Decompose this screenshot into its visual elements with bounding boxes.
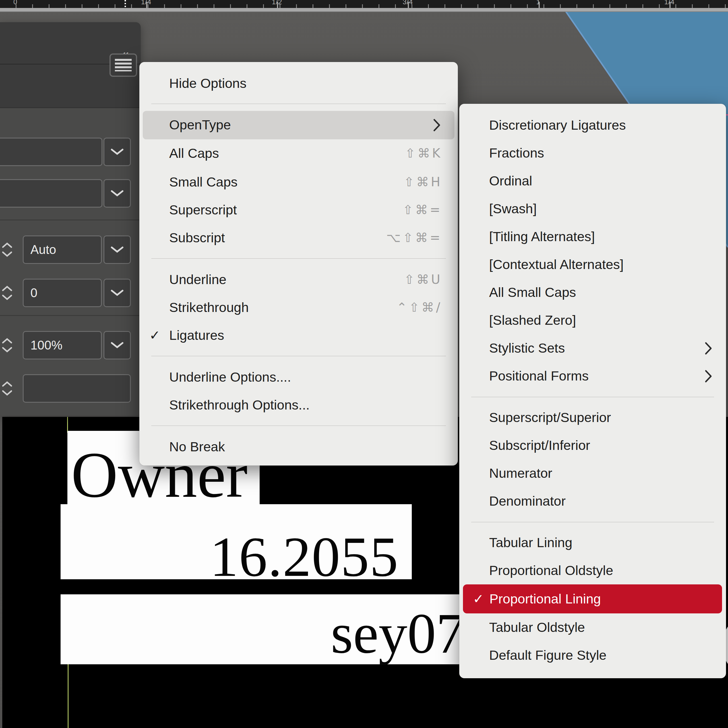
submenu-arrow-icon — [704, 370, 712, 383]
ruler-label: 1 — [536, 0, 540, 6]
chevron-down-icon — [111, 246, 124, 253]
menu-item-strikethrough[interactable]: Strikethrough ⌃⇧⌘/ — [139, 294, 458, 321]
submenu-item-proportional-lining[interactable]: ✓ Proportional Lining — [463, 584, 722, 613]
chevron-up-icon — [2, 285, 12, 292]
submenu-item-positional-forms[interactable]: Positional Forms — [459, 362, 726, 390]
submenu-item-discretionary-ligatures[interactable]: Discretionary Ligatures — [459, 111, 726, 139]
scale-field[interactable]: 100% — [23, 331, 102, 359]
font-family-dropdown-button[interactable] — [104, 138, 131, 166]
chevron-up-icon — [2, 381, 12, 387]
ruler-label: 0 — [13, 0, 17, 6]
font-style-row — [0, 179, 141, 208]
leading-field[interactable]: Auto — [23, 236, 102, 264]
hamburger-menu-icon — [115, 59, 132, 71]
menu-item-underline[interactable]: Underline ⇧⌘U — [139, 266, 458, 294]
checkmark-icon: ✓ — [149, 321, 161, 349]
panel-menu-button[interactable] — [110, 54, 137, 77]
checkmark-icon: ✓ — [473, 584, 484, 613]
submenu-item-superscript-superior[interactable]: Superscript/Superior — [459, 404, 726, 431]
ruler-label: 1/2 — [272, 0, 282, 6]
submenu-item-tabular-lining[interactable]: Tabular Lining — [459, 529, 726, 557]
app-screen: Owner 16.2055 sey07 0 1/4 1/2 3/4 1 1/4 … — [0, 0, 728, 728]
scale-row: 100% — [0, 331, 141, 359]
submenu-item-all-small-caps[interactable]: All Small Caps — [459, 278, 726, 306]
menu-divider — [471, 397, 714, 397]
chevron-down-icon — [2, 347, 12, 353]
extra-field[interactable] — [23, 374, 131, 403]
menu-item-small-caps[interactable]: Small Caps ⇧⌘H — [139, 168, 458, 196]
ruler-major-ticks — [0, 2, 728, 8]
leading-row: Auto — [0, 236, 141, 264]
leading-dropdown-button[interactable] — [104, 236, 131, 264]
font-style-dropdown-button[interactable] — [104, 179, 131, 208]
character-panel: « Auto — [0, 22, 141, 416]
panel-flyout-menu: Hide Options OpenType All Caps ⇧⌘K Small… — [139, 62, 458, 465]
chevron-down-icon — [2, 294, 12, 301]
chevron-down-icon — [111, 289, 124, 297]
submenu-item-fractions[interactable]: Fractions — [459, 139, 726, 167]
extra-stepper[interactable] — [1, 374, 14, 403]
submenu-item-tabular-oldstyle[interactable]: Tabular Oldstyle — [459, 613, 726, 641]
kerning-row: 0 — [0, 279, 141, 307]
scale-value: 100% — [31, 338, 63, 352]
document-text-code: sey07 — [331, 604, 465, 662]
chevron-down-icon — [2, 390, 12, 396]
submenu-arrow-icon — [704, 342, 712, 355]
leading-value: Auto — [31, 243, 56, 257]
ruler-label: 3/4 — [403, 0, 413, 6]
menu-divider — [471, 522, 714, 522]
menu-divider — [151, 104, 446, 104]
leading-stepper[interactable] — [1, 236, 14, 264]
submenu-item-ordinal[interactable]: Ordinal — [459, 167, 726, 195]
scale-dropdown-button[interactable] — [104, 331, 131, 359]
kerning-value: 0 — [31, 286, 37, 300]
chevron-down-icon — [111, 341, 124, 349]
submenu-item-subscript-inferior[interactable]: Subscript/Inferior — [459, 431, 726, 459]
submenu-item-titling-alternates[interactable]: [Titling Alternates] — [459, 223, 726, 251]
kerning-field[interactable]: 0 — [23, 279, 102, 307]
horizontal-ruler: 0 1/4 1/2 3/4 1 1/4 — [0, 0, 728, 8]
ruler-label: 1/4 — [664, 0, 674, 6]
scale-stepper[interactable] — [1, 331, 14, 359]
ruler-position-indicator — [125, 0, 126, 8]
chevron-down-icon — [111, 190, 124, 197]
menu-item-no-break[interactable]: No Break — [139, 433, 458, 461]
kerning-dropdown-button[interactable] — [104, 279, 131, 307]
kerning-stepper[interactable] — [1, 279, 14, 307]
opentype-submenu: Discretionary Ligatures Fractions Ordina… — [459, 104, 726, 678]
submenu-item-swash[interactable]: [Swash] — [459, 195, 726, 223]
chevron-up-icon — [2, 338, 12, 344]
menu-item-subscript[interactable]: Subscript ⌥⇧⌘= — [139, 224, 458, 252]
green-guide-line — [68, 663, 69, 728]
submenu-item-stylistic-sets[interactable]: Stylistic Sets — [459, 334, 726, 362]
green-guide-line — [67, 417, 68, 433]
menu-divider — [151, 356, 446, 356]
submenu-item-proportional-oldstyle[interactable]: Proportional Oldstyle — [459, 557, 726, 584]
panel-divider — [0, 315, 141, 316]
menu-divider — [151, 258, 446, 259]
ruler-edge-strip — [0, 8, 728, 12]
menu-item-strikethrough-options[interactable]: Strikethrough Options... — [139, 391, 458, 419]
submenu-item-default-figure-style[interactable]: Default Figure Style — [459, 641, 726, 669]
font-family-field[interactable] — [0, 138, 102, 166]
font-family-row — [0, 138, 141, 166]
font-style-field[interactable] — [0, 179, 102, 208]
submenu-item-slashed-zero[interactable]: [Slashed Zero] — [459, 306, 726, 334]
menu-item-superscript[interactable]: Superscript ⇧⌘= — [139, 196, 458, 224]
ruler-label: 1/4 — [141, 0, 151, 6]
panel-divider — [0, 220, 141, 220]
chevron-down-icon — [111, 148, 124, 156]
document-text-number: 16.2055 — [210, 528, 399, 585]
submenu-item-denominator[interactable]: Denominator — [459, 487, 726, 515]
menu-item-opentype[interactable]: OpenType — [143, 111, 454, 139]
submenu-arrow-icon — [433, 119, 441, 132]
chevron-down-icon — [2, 251, 12, 257]
extra-row — [0, 374, 141, 403]
menu-divider — [151, 425, 446, 426]
submenu-item-numerator[interactable]: Numerator — [459, 459, 726, 487]
menu-item-underline-options[interactable]: Underline Options.... — [139, 363, 458, 391]
menu-item-all-caps[interactable]: All Caps ⇧⌘K — [139, 139, 458, 167]
submenu-item-contextual-alternates[interactable]: [Contextual Alternates] — [459, 251, 726, 278]
menu-item-ligatures[interactable]: ✓ Ligatures — [139, 321, 458, 349]
menu-item-hide-options[interactable]: Hide Options — [139, 69, 458, 97]
